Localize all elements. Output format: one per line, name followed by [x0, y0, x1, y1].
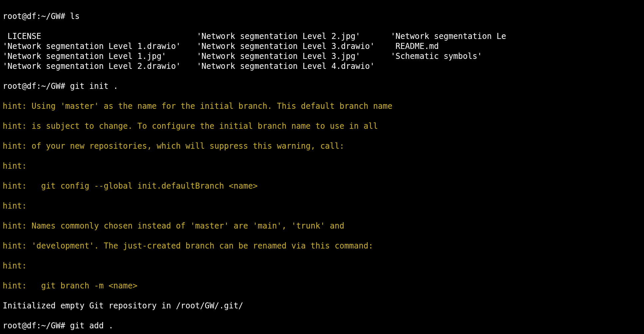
command-ls: ls: [70, 12, 80, 21]
prompt-line-git-init: root@df:~/GW# git init .: [3, 81, 641, 91]
ls-file: 'Network segmentation Level 1.jpg': [3, 51, 181, 61]
ls-output: LICENSE'Network segmentation Level 2.jpg…: [3, 31, 641, 71]
prompt-line-ls: root@df:~/GW# ls: [3, 11, 641, 21]
ls-file: 'Network segmentation Le: [391, 31, 506, 41]
git-init-output: Initialized empty Git repository in /roo…: [3, 301, 641, 311]
ls-file: 'Network segmentation Level 2.jpg': [197, 31, 375, 41]
terminal-output[interactable]: root@df:~/GW# ls LICENSE'Network segment…: [0, 0, 644, 334]
git-hint: hint: 'development'. The just-created br…: [3, 241, 641, 251]
shell-prompt: root@df:~/GW#: [3, 12, 70, 21]
git-hint: hint: git config --global init.defaultBr…: [3, 181, 641, 191]
ls-file: README.md: [391, 41, 506, 51]
ls-file: 'Network segmentation Level 3.drawio': [197, 41, 375, 51]
git-hint: hint: of your new repositories, which wi…: [3, 141, 641, 151]
ls-file: 'Schematic symbols': [391, 51, 506, 61]
git-hint: hint: is subject to change. To configure…: [3, 121, 641, 131]
shell-prompt: root@df:~/GW#: [3, 82, 70, 91]
ls-file: 'Network segmentation Level 2.drawio': [3, 61, 181, 71]
shell-prompt: root@df:~/GW#: [3, 321, 70, 330]
ls-file: [391, 61, 506, 71]
ls-file: 'Network segmentation Level 4.drawio': [197, 61, 375, 71]
git-hint: hint:: [3, 161, 641, 171]
command-git-add: git add .: [70, 321, 113, 330]
command-git-init: git init .: [70, 82, 118, 91]
ls-file: 'Network segmentation Level 3.jpg': [197, 51, 375, 61]
prompt-line-git-add: root@df:~/GW# git add .: [3, 321, 641, 331]
git-hint: hint:: [3, 261, 641, 271]
ls-file: LICENSE: [3, 31, 181, 41]
git-hint: hint: Using 'master' as the name for the…: [3, 101, 641, 111]
ls-file: 'Network segmentation Level 1.drawio': [3, 41, 181, 51]
git-hint: hint: git branch -m <name>: [3, 281, 641, 291]
git-hint: hint:: [3, 201, 641, 211]
git-hint: hint: Names commonly chosen instead of '…: [3, 221, 641, 231]
